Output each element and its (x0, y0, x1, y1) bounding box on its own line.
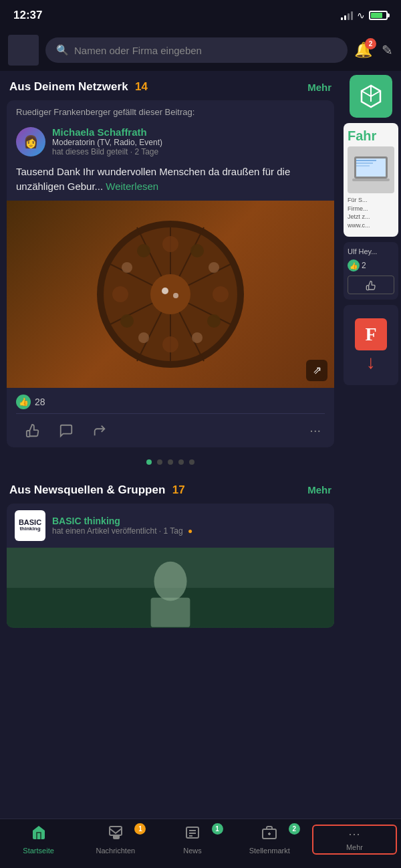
svg-point-9 (213, 286, 229, 302)
svg-point-17 (138, 332, 149, 343)
card-text: Tausend Dank Ihr wundervollen Menschen d… (7, 162, 334, 201)
bottom-nav: Startseite 1 Nachrichten 1 News 2 (0, 819, 401, 868)
author-info: Michaela Schaffrath Moderatorin (TV, Rad… (52, 126, 162, 156)
network-count: 14 (135, 80, 148, 93)
svg-rect-31 (356, 165, 370, 167)
expand-button[interactable]: ⇗ (306, 360, 327, 381)
svg-point-14 (137, 244, 150, 257)
mehr-icon: ··· (348, 827, 360, 841)
network-title: Aus Deinem Netzwerk (9, 80, 128, 93)
author-avatar-image: 👩 (16, 127, 45, 156)
f-badge-icon: F (355, 318, 387, 350)
news-title: Aus Newsquellen & Gruppen (9, 483, 165, 496)
right-f-badge: F ↓ (344, 305, 398, 385)
fahr-image (348, 146, 394, 193)
laptop-svg (351, 153, 391, 187)
main-content: Aus Deinem Netzwerk 14 Mehr Ruediger Fra… (0, 71, 401, 635)
messages-label: Nachrichten (96, 847, 135, 855)
news-image-preview (7, 548, 334, 628)
like-button[interactable] (16, 418, 49, 443)
weiterlesen-link[interactable]: Weiterlesen (106, 181, 158, 192)
svg-point-20 (162, 288, 168, 294)
svg-point-10 (112, 286, 128, 302)
svg-rect-28 (352, 179, 390, 181)
home-label: Startseite (23, 847, 53, 855)
battery-icon (369, 11, 388, 20)
news-card-header[interactable]: BASIC thinking BASIC thinking hat einen … (7, 504, 334, 548)
card-image: ⇗ (7, 201, 334, 388)
header-actions: 🔔 2 ✎ (354, 41, 393, 59)
card-actions: ··· (7, 414, 334, 447)
status-icons: ∿ (341, 10, 388, 21)
author-role: Moderatorin (TV, Radio, Event) (52, 138, 162, 147)
ad-icon (359, 84, 383, 108)
svg-point-21 (173, 293, 178, 298)
right-user-card: Ulf Hey... 👍 2 (344, 242, 398, 300)
jobs-icon (261, 825, 277, 845)
notifications-button[interactable]: 🔔 2 (354, 41, 372, 59)
status-time: 12:37 (13, 9, 42, 22)
author-name: Michaela Schaffrath (52, 126, 162, 138)
right-like-icon: 👍 (348, 259, 360, 272)
signal-icon (341, 11, 353, 20)
nav-home[interactable]: Startseite (0, 825, 77, 855)
nav-jobs[interactable]: 2 Stellenmarkt (231, 825, 308, 855)
comment-button[interactable] (49, 418, 83, 443)
svg-rect-33 (114, 835, 119, 839)
network-title-group: Aus Deinem Netzwerk 14 (9, 80, 148, 94)
more-actions-button[interactable]: ··· (305, 419, 325, 442)
dot-4[interactable] (178, 459, 184, 465)
f-letter: F (365, 324, 376, 345)
news-section-header: Aus Newsquellen & Gruppen 17 Mehr (0, 474, 341, 504)
network-mehr-link[interactable]: Mehr (307, 82, 331, 93)
news-mehr-link[interactable]: Mehr (307, 484, 331, 496)
news-count: 17 (172, 483, 185, 496)
wifi-icon: ∿ (357, 10, 365, 21)
network-feed-card: Ruediger Frankenberger gefällt dieser Be… (7, 100, 334, 447)
user-avatar[interactable] (8, 35, 39, 66)
svg-point-8 (162, 236, 178, 252)
svg-point-11 (162, 336, 178, 352)
cake-image (90, 214, 251, 374)
svg-rect-25 (151, 597, 190, 627)
svg-rect-29 (356, 160, 376, 161)
author-meta: hat dieses Bild geteilt · 2 Tage (52, 147, 162, 156)
dot-1[interactable] (146, 459, 152, 465)
home-icon (31, 825, 47, 845)
messages-badge: 1 (134, 823, 146, 835)
right-user-name: Ulf Hey... (348, 247, 394, 255)
news-meta: BASIC thinking hat einen Artikel veröffe… (52, 516, 192, 536)
card-notice: Ruediger Frankenberger gefällt dieser Be… (7, 100, 334, 121)
right-column: Fahr Für S...Firme...Jetzt z...www.c... … (341, 71, 401, 635)
like-count: 28 (35, 397, 45, 407)
news-badge: 1 (212, 823, 223, 835)
search-bar[interactable]: 🔍 Namen oder Firma eingeben (45, 37, 348, 63)
carousel-dots (0, 455, 341, 474)
nav-mehr[interactable]: ··· Mehr (312, 825, 397, 855)
author-avatar: 👩 (16, 127, 45, 156)
svg-point-13 (209, 262, 219, 273)
news-icon (184, 825, 200, 845)
share-button[interactable] (83, 418, 116, 443)
right-like-button[interactable] (348, 276, 394, 294)
dot-5[interactable] (189, 459, 194, 465)
svg-rect-27 (356, 158, 386, 177)
news-image-svg (7, 548, 334, 628)
news-label: News (183, 847, 202, 855)
nav-news[interactable]: 1 News (154, 825, 231, 855)
news-time: hat einen Artikel veröffentlicht · 1 Tag… (52, 526, 192, 536)
fahr-brand: Fahr (348, 128, 394, 144)
nav-messages[interactable]: 1 Nachrichten (77, 825, 154, 855)
left-column: Aus Deinem Netzwerk 14 Mehr Ruediger Fra… (0, 71, 341, 635)
compose-button[interactable]: ✎ (382, 42, 393, 58)
dot-3[interactable] (168, 459, 173, 465)
card-author[interactable]: 👩 Michaela Schaffrath Moderatorin (TV, R… (7, 121, 334, 162)
dot-2[interactable] (157, 459, 162, 465)
news-title-group: Aus Newsquellen & Gruppen 17 (9, 483, 185, 497)
header: 🔍 Namen oder Firma eingeben 🔔 2 ✎ (0, 29, 401, 71)
svg-point-7 (150, 274, 190, 314)
news-logo-text: BASIC thinking (19, 518, 41, 532)
network-section-header: Aus Deinem Netzwerk 14 Mehr (0, 71, 341, 100)
status-bar: 12:37 ∿ (0, 0, 401, 29)
right-ad-1 (341, 71, 401, 120)
